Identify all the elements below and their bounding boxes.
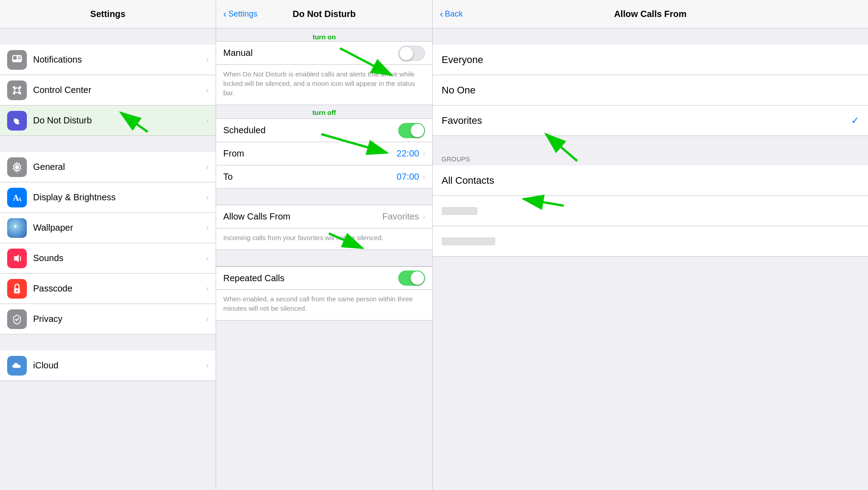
icloud-label: iCloud	[33, 360, 202, 371]
blurred-bar-2	[442, 237, 495, 245]
from-chevron: ›	[423, 150, 425, 158]
acf-item-no-one[interactable]: No One	[433, 75, 868, 106]
allow-calls-description: Incoming calls from your favorites will …	[223, 234, 383, 241]
repeated-calls-toggle-knob	[411, 271, 424, 285]
display-icon: A A	[11, 191, 23, 204]
sidebar-item-control-center[interactable]: Control Center ›	[0, 75, 216, 106]
manual-label: Manual	[223, 48, 398, 58]
icloud-chevron: ›	[206, 361, 208, 370]
privacy-icon	[11, 313, 23, 325]
section-general: General › A A Display & Brightness ›	[0, 136, 216, 334]
everyone-label: Everyone	[442, 54, 859, 66]
do-not-disturb-panel: ‹ Settings Do Not Disturb turn on Manual	[216, 0, 433, 490]
acf-spacer-top	[433, 29, 868, 45]
svg-point-6	[13, 86, 16, 89]
manual-description: When Do Not Disturb is enabled calls and…	[223, 70, 415, 97]
acf-content: Everyone No One Favorites ✓ GROUPS All C…	[433, 29, 868, 490]
wallpaper-chevron: ›	[206, 223, 208, 232]
wallpaper-label: Wallpaper	[33, 223, 202, 233]
from-label: From	[223, 148, 397, 159]
sidebar-item-do-not-disturb[interactable]: Do Not Disturb ›	[0, 106, 216, 136]
all-contacts-label: All Contacts	[442, 175, 859, 186]
section-icloud: iCloud ›	[0, 334, 216, 381]
notifications-icon	[11, 54, 23, 66]
sounds-icon	[11, 252, 23, 265]
sidebar-item-wallpaper[interactable]: Wallpaper ›	[0, 213, 216, 243]
icloud-icon	[11, 359, 23, 372]
spacer-1	[216, 189, 432, 205]
sidebar-item-privacy[interactable]: Privacy ›	[0, 304, 216, 334]
no-one-label: No One	[442, 84, 859, 96]
control-center-icon-bg	[7, 80, 27, 100]
repeated-calls-row[interactable]: Repeated Calls	[216, 266, 432, 290]
privacy-label: Privacy	[33, 314, 202, 324]
repeated-calls-label: Repeated Calls	[223, 273, 398, 283]
display-chevron: ›	[206, 193, 208, 202]
from-row[interactable]: From 22:00 ›	[216, 142, 432, 165]
sidebar-item-general[interactable]: General ›	[0, 152, 216, 182]
do-not-disturb-chevron: ›	[206, 116, 208, 125]
to-chevron: ›	[423, 173, 425, 181]
allow-calls-row[interactable]: Allow Calls From Favorites ›	[216, 205, 432, 228]
dnd-back-button[interactable]: ‹ Settings	[223, 8, 257, 20]
from-value: 22:00	[397, 148, 419, 159]
sidebar-item-icloud[interactable]: iCloud ›	[0, 351, 216, 381]
favorites-checkmark: ✓	[851, 115, 859, 127]
svg-point-7	[19, 86, 21, 89]
scheduled-section: Scheduled From 22:00 › To 07:00	[216, 118, 432, 189]
sidebar-item-passcode[interactable]: Passcode ›	[0, 274, 216, 304]
blurred-item-1	[433, 196, 868, 226]
gear-icon	[11, 161, 23, 173]
manual-row[interactable]: Manual	[216, 42, 432, 65]
settings-title: Settings	[90, 9, 126, 19]
acf-item-everyone[interactable]: Everyone	[433, 45, 868, 75]
allow-calls-description-container: Incoming calls from your favorites will …	[216, 228, 432, 250]
sounds-chevron: ›	[206, 253, 208, 263]
acf-item-all-contacts[interactable]: All Contacts	[433, 165, 868, 196]
scheduled-toggle[interactable]	[398, 123, 425, 138]
svg-rect-2	[13, 56, 17, 59]
acf-back-label: Back	[445, 9, 463, 19]
passcode-icon	[11, 283, 23, 295]
allow-calls-chevron: ›	[423, 213, 425, 221]
display-label: Display & Brightness	[33, 192, 202, 203]
wallpaper-icon-bg	[7, 218, 27, 238]
acf-item-favorites[interactable]: Favorites ✓	[433, 106, 868, 136]
sidebar-item-notifications[interactable]: Notifications ›	[0, 45, 216, 75]
notifications-chevron: ›	[206, 55, 208, 64]
svg-marker-14	[14, 254, 18, 262]
groups-separator	[433, 136, 868, 152]
sidebar-item-sounds[interactable]: Sounds ›	[0, 243, 216, 274]
turn-off-annotation: turn off	[216, 105, 432, 118]
notifications-label: Notifications	[33, 55, 202, 65]
to-row[interactable]: To 07:00 ›	[216, 165, 432, 189]
blurred-bar-1	[442, 207, 477, 215]
manual-toggle[interactable]	[398, 46, 425, 61]
passcode-chevron: ›	[206, 284, 208, 293]
groups-header: GROUPS	[433, 152, 868, 165]
turn-on-label: turn on	[313, 33, 336, 41]
to-label: To	[223, 172, 397, 182]
blurred-item-2	[433, 226, 868, 257]
acf-back-button[interactable]: ‹ Back	[440, 8, 463, 20]
sidebar-item-display[interactable]: A A Display & Brightness ›	[0, 182, 216, 213]
dnd-title: Do Not Disturb	[293, 9, 356, 19]
scheduled-toggle-knob	[411, 124, 424, 137]
svg-point-10	[15, 165, 19, 169]
sounds-label: Sounds	[33, 253, 202, 263]
notifications-icon-bg	[7, 50, 27, 70]
scheduled-row[interactable]: Scheduled	[216, 119, 432, 142]
manual-description-container: When Do Not Disturb is enabled calls and…	[216, 65, 432, 105]
allow-calls-value: Favorites	[382, 211, 419, 222]
repeated-calls-description: When enabled, a second call from the sam…	[223, 295, 413, 312]
icloud-icon-bg	[7, 356, 27, 376]
acf-title: Allow Calls From	[614, 9, 686, 19]
repeated-calls-toggle[interactable]	[398, 270, 425, 286]
general-icon-bg	[7, 157, 27, 177]
repeated-calls-description-container: When enabled, a second call from the sam…	[216, 290, 432, 321]
turn-on-annotation: turn on	[216, 29, 432, 41]
svg-point-13	[14, 225, 17, 228]
control-center-icon	[11, 84, 23, 97]
passcode-icon-bg	[7, 279, 27, 299]
general-label: General	[33, 162, 202, 172]
